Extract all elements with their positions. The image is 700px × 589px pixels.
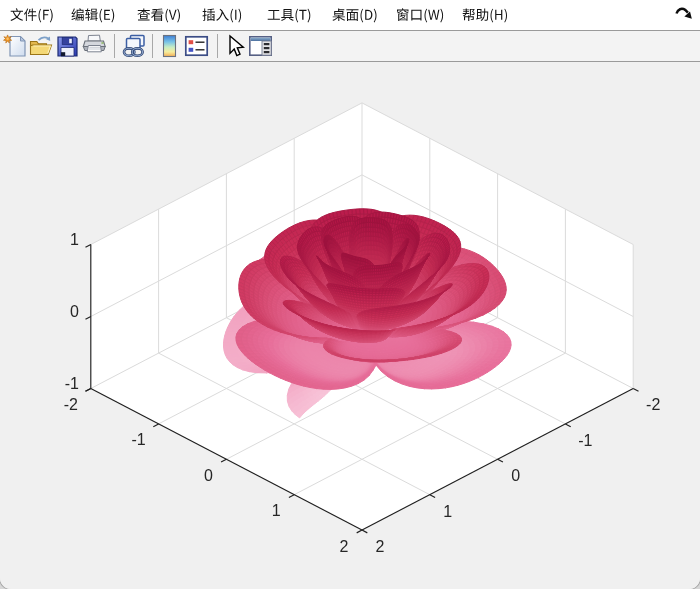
open-file-button[interactable] <box>28 32 54 60</box>
axes-3d-rose-plot[interactable] <box>0 62 700 589</box>
menu-item-edit[interactable]: 编辑(E) <box>62 0 125 30</box>
cursor-arrow-icon <box>223 34 245 58</box>
insert-colorbar-button[interactable] <box>157 32 183 60</box>
menu-item-insert[interactable]: 插入(I) <box>193 0 252 30</box>
plot-tools-icon <box>248 34 273 58</box>
menu-item-glyphs <box>202 0 243 30</box>
link-chain-icon <box>122 34 146 58</box>
menu-item-glyphs <box>10 0 54 30</box>
toolbar-separator <box>217 34 218 58</box>
figure-area <box>0 62 700 589</box>
colorbar-icon <box>162 34 177 58</box>
menu-item-view[interactable]: 查看(V) <box>127 0 190 30</box>
menu-item-glyphs <box>396 0 445 30</box>
open-folder-icon <box>29 34 53 58</box>
menu-item-glyphs <box>462 0 509 30</box>
menu-item-glyphs <box>137 0 182 30</box>
save-floppy-icon <box>56 35 79 58</box>
link-plot-button[interactable] <box>121 32 147 60</box>
menu-item-glyphs <box>332 0 378 30</box>
matlab-figure-window: 文件(F)编辑(E)查看(V)插入(I)工具(T)桌面(D)窗口(W)帮助(H) <box>0 0 700 589</box>
printer-icon <box>82 34 107 58</box>
toolbar-separator <box>152 34 153 58</box>
show-plot-tools-button[interactable] <box>247 32 273 60</box>
menu-item-tools[interactable]: 工具(T) <box>257 0 321 30</box>
figure-toolbar <box>0 31 700 62</box>
dock-figure-button[interactable] <box>675 5 697 20</box>
menu-item-glyphs <box>71 0 116 30</box>
menu-item-file[interactable]: 文件(F) <box>1 0 64 30</box>
menu-item-glyphs <box>267 0 312 30</box>
dock-figure-arrow-icon <box>675 5 697 20</box>
insert-legend-button[interactable] <box>183 32 209 60</box>
legend-icon <box>184 34 209 58</box>
menu-item-desktop[interactable]: 桌面(D) <box>323 0 388 30</box>
print-figure-button[interactable] <box>81 32 107 60</box>
new-document-icon <box>3 34 27 58</box>
new-figure-button[interactable] <box>2 32 28 60</box>
edit-plot-button[interactable] <box>221 32 247 60</box>
toolbar-separator <box>114 34 115 58</box>
save-figure-button[interactable] <box>55 32 81 60</box>
menu-bar: 文件(F)编辑(E)查看(V)插入(I)工具(T)桌面(D)窗口(W)帮助(H) <box>0 0 700 31</box>
menu-item-help[interactable]: 帮助(H) <box>453 0 518 30</box>
menu-item-window[interactable]: 窗口(W) <box>387 0 454 30</box>
